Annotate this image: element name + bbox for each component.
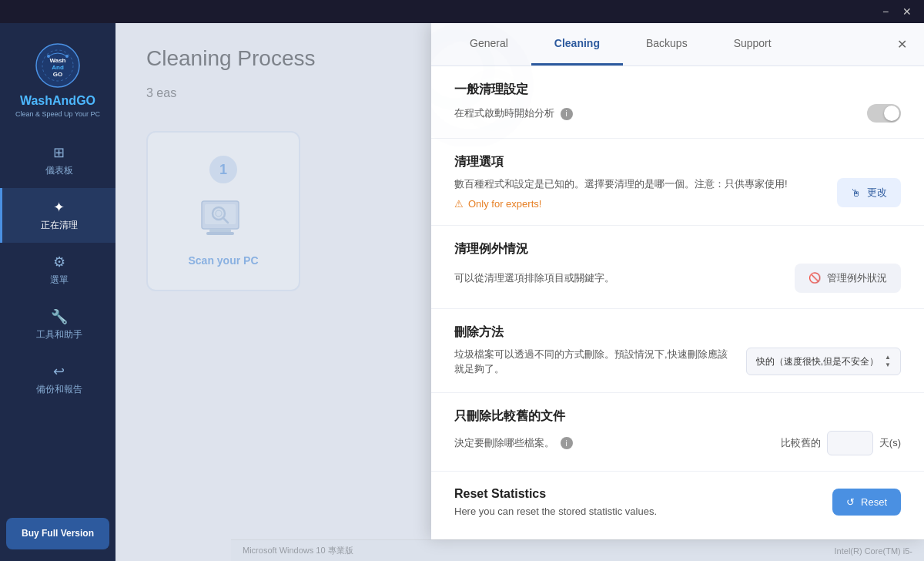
reset-statistics-section: Reset Statistics Here you can reset the … [431, 472, 924, 532]
old-files-section: 只刪除比較舊的文件 決定要刪除哪些檔案。 i 比較舊的 天(s) [431, 393, 924, 472]
sidebar-item-label: 儀表板 [45, 164, 73, 177]
dashboard-icon: ⊞ [53, 144, 65, 161]
app-logo: Wash And GO [35, 42, 81, 89]
sidebar-bottom: Buy Full Version [6, 518, 109, 549]
sidebar-item-dashboard[interactable]: ⊞ 儀表板 [0, 133, 116, 188]
sidebar-item-backup[interactable]: ↩ 備份和報告 [0, 352, 116, 407]
general-cleaning-title: 一般清理設定 [454, 82, 901, 98]
logo-title: WashAndGO [20, 93, 95, 108]
delete-method-row: 垃圾檔案可以透過不同的方式刪除。預設情況下,快速刪除應該就足夠了。 快的（速度很… [454, 347, 901, 377]
cleaning-exceptions-section: 清理例外情況 可以從清理選項排除項目或關鍵字。 🚫 管理例外狀況 [431, 226, 924, 309]
sidebar-item-tools[interactable]: 🔧 工具和助手 [0, 297, 116, 352]
buy-full-version-button[interactable]: Buy Full Version [6, 518, 109, 549]
tab-cleaning[interactable]: Cleaning [531, 23, 623, 66]
svg-point-6 [65, 55, 69, 58]
settings-content: 一般清理設定 在程式啟動時開始分析 i 清理選項 數百種程式和設定是已 [431, 66, 924, 539]
days-input-group: 比較舊的 天(s) [781, 431, 901, 455]
sidebar-item-label: 備份和報告 [36, 383, 82, 396]
warning-icon: ⚠ [454, 198, 464, 210]
settings-tabs: General Cleaning Backups Support ✕ [431, 23, 924, 66]
svg-text:Wash: Wash [49, 57, 65, 64]
change-icon: 🖱 [851, 187, 861, 199]
settings-close-button[interactable]: ✕ [891, 34, 912, 55]
svg-text:And: And [52, 64, 64, 71]
reset-statistics-row: Reset Statistics Here you can reset the … [454, 487, 901, 517]
dropdown-arrows: ▲ ▼ [885, 354, 891, 368]
cleaning-exceptions-title: 清理例外情況 [454, 241, 901, 257]
settings-panel: General Cleaning Backups Support ✕ 一般清理設… [431, 23, 924, 539]
old-files-desc: 決定要刪除哪些檔案。 i [454, 435, 769, 451]
backup-icon: ↩ [53, 363, 65, 380]
general-info-icon[interactable]: i [561, 108, 573, 120]
logo-area: Wash And GO WashAndGO Clean & Speed Up Y… [15, 31, 100, 133]
logo-subtitle: Clean & Speed Up Your PC [15, 110, 100, 118]
change-button[interactable]: 🖱 更改 [837, 178, 901, 207]
reset-button[interactable]: ↺ Reset [832, 489, 901, 516]
cleaning-options-title: 清理選項 [454, 154, 901, 170]
close-button[interactable]: ✕ [896, 1, 918, 22]
tab-general[interactable]: General [447, 23, 531, 66]
sidebar-item-cleaning[interactable]: ✦ 正在清理 [0, 188, 116, 243]
reset-title: Reset Statistics [454, 487, 821, 501]
app-container: Wash And GO WashAndGO Clean & Speed Up Y… [0, 23, 924, 561]
general-cleaning-desc: 在程式啟動時開始分析 i [454, 106, 855, 121]
main-content: Cleaning Process 3 eas 1 Scan your PC [116, 23, 924, 561]
delete-method-section: 刪除方法 垃圾檔案可以透過不同的方式刪除。預設情況下,快速刪除應該就足夠了。 快… [431, 309, 924, 393]
sidebar-item-label: 工具和助手 [36, 328, 82, 341]
cleaning-options-section: 清理選項 數百種程式和設定是已知的。選擇要清理的是哪一個。注意：只供專家使用! … [431, 139, 924, 226]
cleaning-icon: ✦ [53, 199, 65, 216]
sidebar: Wash And GO WashAndGO Clean & Speed Up Y… [0, 23, 116, 561]
old-files-info-icon[interactable]: i [561, 437, 573, 449]
sidebar-item-menu[interactable]: ⚙ 選單 [0, 243, 116, 297]
delete-method-dropdown[interactable]: 快的（速度很快,但是不安全） ▲ ▼ [746, 348, 901, 375]
manage-exceptions-button[interactable]: 🚫 管理例外狀況 [795, 264, 901, 293]
delete-method-title: 刪除方法 [454, 324, 901, 341]
svg-point-5 [47, 55, 50, 58]
days-unit: 天(s) [879, 436, 901, 450]
sidebar-nav: ⊞ 儀表板 ✦ 正在清理 ⚙ 選單 🔧 工具和助手 ↩ 備份和報告 [0, 133, 116, 518]
expert-warning: ⚠ Only for experts! [454, 198, 825, 210]
delete-method-desc: 垃圾檔案可以透過不同的方式刪除。預設情況下,快速刪除應該就足夠了。 [454, 347, 735, 377]
minimize-button[interactable]: − [875, 1, 896, 22]
svg-text:GO: GO [53, 71, 62, 78]
sidebar-item-label: 正在清理 [41, 219, 78, 232]
cleaning-exceptions-row: 可以從清理選項排除項目或關鍵字。 🚫 管理例外狀況 [454, 264, 901, 293]
cleaning-exceptions-desc: 可以從清理選項排除項目或關鍵字。 [454, 270, 783, 286]
cleaning-options-row: 數百種程式和設定是已知的。選擇要清理的是哪一個。注意：只供專家使用! ⚠ Onl… [454, 176, 901, 210]
reset-icon: ↺ [846, 496, 855, 508]
exceptions-icon: 🚫 [808, 272, 821, 284]
analysis-toggle[interactable] [867, 104, 901, 123]
tools-icon: 🔧 [51, 308, 68, 325]
days-input[interactable] [827, 431, 873, 455]
cleaning-options-desc: 數百種程式和設定是已知的。選擇要清理的是哪一個。注意：只供專家使用! [454, 176, 825, 192]
compare-label: 比較舊的 [781, 436, 821, 450]
tab-backups[interactable]: Backups [623, 23, 711, 66]
general-cleaning-section: 一般清理設定 在程式啟動時開始分析 i [431, 66, 924, 139]
general-cleaning-row: 在程式啟動時開始分析 i [454, 104, 901, 123]
old-files-title: 只刪除比較舊的文件 [454, 408, 901, 425]
menu-icon: ⚙ [53, 254, 65, 270]
sidebar-item-label: 選單 [50, 274, 69, 287]
reset-desc: Here you can reset the stored statistic … [454, 506, 821, 517]
old-files-row: 決定要刪除哪些檔案。 i 比較舊的 天(s) [454, 431, 901, 455]
tab-support[interactable]: Support [711, 23, 795, 66]
title-bar: − ✕ [0, 0, 924, 23]
